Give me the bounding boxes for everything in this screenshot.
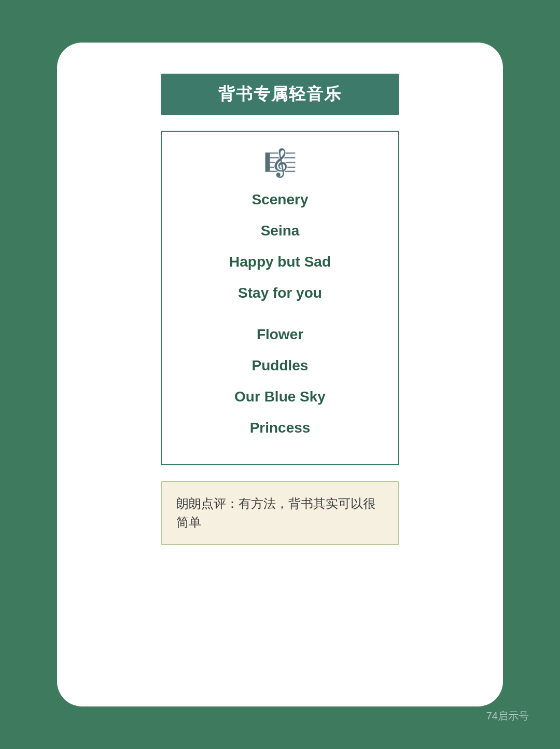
song-item-seina[interactable]: Seina <box>183 215 377 246</box>
page-title: 背书专属轻音乐 <box>218 85 342 103</box>
song-item-happy-but-sad[interactable]: Happy but Sad <box>183 246 377 278</box>
song-item-puddles[interactable]: Puddles <box>183 350 377 381</box>
song-item-our-blue-sky[interactable]: Our Blue Sky <box>183 381 377 412</box>
watermark: 74启示号 <box>486 709 529 723</box>
song-item-scenery[interactable]: Scenery <box>183 184 377 215</box>
song-item-stay-for-you[interactable]: Stay for you <box>183 278 377 309</box>
comment-box: 朗朗点评：有方法，背书其实可以很简单 <box>161 481 399 545</box>
main-card: 背书专属轻音乐 🎼 Scenery Seina Happy but Sad St… <box>57 43 503 706</box>
playlist-box: 🎼 Scenery Seina Happy but Sad Stay for y… <box>161 131 399 465</box>
song-item-princess[interactable]: Princess <box>183 412 377 443</box>
music-icon: 🎼 <box>263 147 297 179</box>
title-bar: 背书专属轻音乐 <box>161 74 399 115</box>
song-item-flower[interactable]: Flower <box>183 319 377 350</box>
comment-text: 朗朗点评：有方法，背书其实可以很简单 <box>176 496 375 529</box>
